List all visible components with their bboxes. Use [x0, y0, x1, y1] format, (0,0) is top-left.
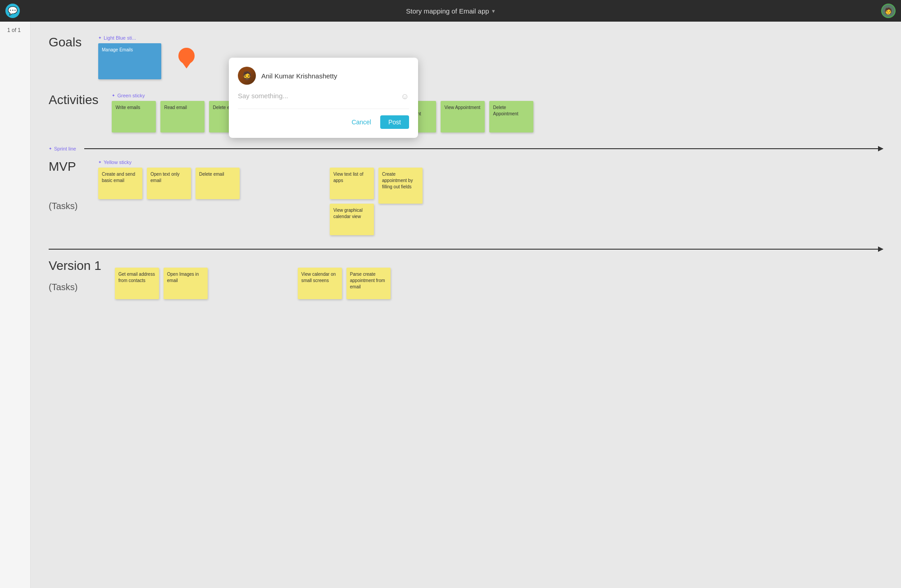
comment-popup: 🧔 Anil Kumar Krishnashetty Say something… — [229, 58, 418, 138]
comment-input-area[interactable]: Say something... ☺ — [238, 92, 409, 109]
v1-view-calendar-small-text: View calendar on small screens — [301, 271, 338, 284]
v1-open-images-text: Open Images in email — [167, 271, 204, 284]
mvp-row-label: MVP (Tasks) — [49, 160, 85, 211]
pin-circle — [178, 48, 195, 64]
goals-content-row: Manage Emails — [98, 43, 195, 79]
v1-get-email-contacts-text: Get email address from contacts — [118, 271, 155, 284]
version1-stickies-row: Get email address from contacts Open Ima… — [115, 268, 391, 299]
goals-stickies-col: Light Blue sti... Manage Emails — [98, 35, 195, 79]
activity-sticky-write-emails[interactable]: Write emails — [112, 101, 156, 132]
comment-username: Anil Kumar Krishnashetty — [261, 72, 337, 80]
activity-delete-appointment-text: Delete Appointment — [493, 105, 530, 117]
comment-avatar: 🧔 — [238, 67, 256, 85]
mvp-group-label-text: Yellow sticky — [104, 160, 132, 165]
location-pin — [178, 48, 195, 68]
sprint-line-row: Sprint line — [49, 146, 883, 151]
activity-sticky-read-email[interactable]: Read email — [160, 101, 205, 132]
mvp-view-text-list-text: View text list of apps — [333, 171, 370, 184]
mvp-sticky-view-text-list[interactable]: View text list of apps — [330, 168, 374, 199]
v1-parse-create-appt-text: Parse create appointment from email — [350, 271, 387, 290]
goals-group-label-text: Light Blue sti... — [104, 35, 136, 41]
topbar-title-container: Story mapping of Email app ▾ — [406, 7, 495, 15]
version1-tasks-label: (Tasks) — [49, 282, 101, 292]
mvp-sticky-delete-email[interactable]: Delete email — [196, 168, 240, 199]
cancel-button[interactable]: Cancel — [347, 116, 376, 128]
activities-row-label: Activities — [49, 93, 98, 107]
v1-sticky-get-email-contacts[interactable]: Get email address from contacts — [115, 268, 159, 299]
v1-sticky-parse-create-appt[interactable]: Parse create appointment from email — [346, 268, 391, 299]
comment-placeholder-text: Say something... — [238, 92, 288, 100]
mvp-view-graphical-text: View graphical calendar view — [333, 207, 370, 220]
mvp-delete-email-text: Delete email — [199, 171, 224, 178]
page-counter: 1 of 1 — [7, 27, 21, 33]
sprint-label: Sprint line — [49, 146, 76, 151]
mvp-sticky-create-appt-fields[interactable]: Create appointment by filling out fields — [378, 168, 423, 204]
topbar-title-chevron-icon[interactable]: ▾ — [492, 8, 495, 14]
version-arrow-line — [49, 249, 883, 250]
activity-read-email-text: Read email — [164, 105, 187, 111]
activities-label: Activities — [49, 93, 98, 107]
goals-row-label: Goals — [49, 35, 85, 50]
version1-section: Version 1 (Tasks) Get email address from… — [49, 259, 883, 299]
goals-sticky-manage-emails[interactable]: Manage Emails — [98, 43, 161, 79]
mvp-sticky-view-graphical[interactable]: View graphical calendar view — [330, 204, 374, 235]
activities-group-label-text: Green sticky — [117, 93, 145, 98]
version1-row-label: Version 1 (Tasks) — [49, 259, 101, 292]
mvp-sticky-open-text[interactable]: Open text only email — [147, 168, 191, 199]
left-sidebar — [0, 22, 31, 588]
comment-header: 🧔 Anil Kumar Krishnashetty — [238, 67, 409, 85]
goals-section: Goals Light Blue sti... Manage Emails — [49, 35, 883, 79]
mvp-open-text-email: Open text only email — [150, 171, 187, 184]
version1-label: Version 1 — [49, 259, 101, 273]
goals-label: Goals — [49, 35, 82, 49]
emoji-icon[interactable]: ☺ — [401, 92, 409, 101]
mvp-sticky-group-label: Yellow sticky — [98, 160, 132, 165]
activity-view-appointment-text: View Appointment — [444, 105, 480, 111]
v1-sticky-open-images[interactable]: Open Images in email — [164, 268, 208, 299]
comment-actions: Cancel Post — [238, 115, 409, 129]
mvp-label: MVP — [49, 160, 85, 174]
topbar: 💬 Story mapping of Email app ▾ 🧑 — [0, 0, 901, 22]
topbar-title-text: Story mapping of Email app — [406, 7, 489, 15]
commenter-avatar-icon: 🧔 — [242, 71, 252, 81]
comment-overlay: 🧔 Anil Kumar Krishnashetty Say something… — [229, 58, 418, 138]
mvp-create-send-text: Create and send basic email — [102, 171, 139, 184]
v1-sticky-view-calendar-small[interactable]: View calendar on small screens — [298, 268, 342, 299]
pin-tip — [182, 62, 191, 68]
activities-section: Activities Green sticky Write emails Rea… — [49, 93, 883, 132]
avatar-face-icon: 🧑 — [884, 7, 892, 14]
activity-sticky-view-appointment[interactable]: View Appointment — [441, 101, 485, 132]
mvp-section: MVP (Tasks) Yellow sticky Create and sen… — [49, 160, 883, 235]
mvp-create-appt-fields-text: Create appointment by filling out fields — [382, 171, 419, 190]
logo-chat-icon: 💬 — [8, 6, 18, 16]
mvp-stickies-col: Yellow sticky Create and send basic emai… — [98, 160, 423, 235]
user-avatar[interactable]: 🧑 — [881, 4, 896, 18]
topbar-left: 💬 — [5, 4, 20, 18]
version1-stickies-col: Get email address from contacts Open Ima… — [115, 259, 391, 299]
mvp-tasks-label: (Tasks) — [49, 201, 85, 211]
post-button[interactable]: Post — [380, 115, 409, 129]
activities-sticky-group-label: Green sticky — [112, 93, 145, 98]
mvp-calendar-col1: View text list of apps View graphical ca… — [330, 168, 374, 235]
mvp-stickies-row: Create and send basic email Open text on… — [98, 168, 423, 235]
sprint-arrow-line — [84, 148, 883, 149]
goals-sticky-group-label: Light Blue sti... — [98, 35, 136, 41]
activity-write-emails-text: Write emails — [115, 105, 140, 111]
sprint-label-text: Sprint line — [54, 146, 76, 151]
activity-sticky-delete-appointment[interactable]: Delete Appointment — [489, 101, 533, 132]
main-canvas: 🧔 Anil Kumar Krishnashetty Say something… — [31, 22, 901, 588]
topbar-logo-icon[interactable]: 💬 — [5, 4, 20, 18]
version-arrow-line-row — [49, 249, 883, 250]
mvp-sticky-create-send[interactable]: Create and send basic email — [98, 168, 142, 199]
goals-sticky-text: Manage Emails — [102, 47, 133, 53]
